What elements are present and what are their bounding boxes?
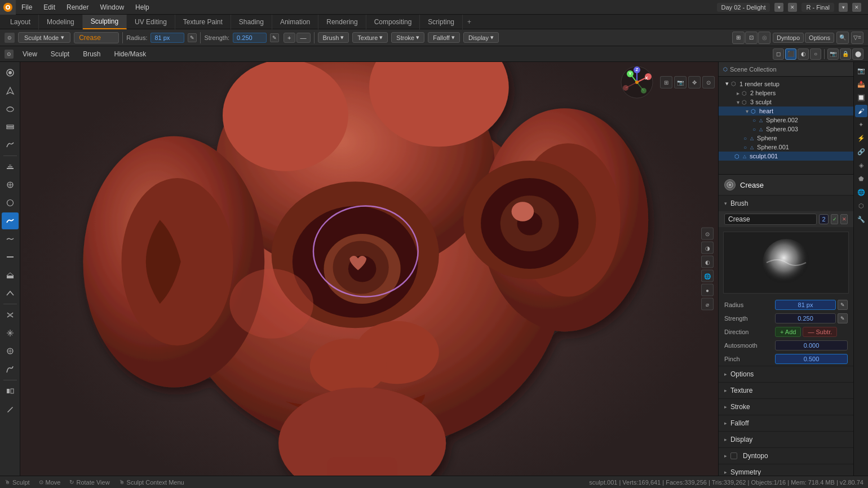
tree-item-sphere003[interactable]: ○ △ Sphere.003 (719, 125, 853, 134)
tree-item-sculpt-group[interactable]: ▾ ⬡ 3 sculpt (719, 97, 853, 107)
strength-add[interactable]: + (284, 33, 295, 43)
tab-icon-output[interactable]: 📤 (855, 78, 867, 90)
radius-edit[interactable]: ✎ (838, 300, 848, 310)
tab-icon-render[interactable]: 📷 (855, 64, 867, 77)
tab-icon-world[interactable]: 🌐 (855, 186, 867, 198)
viewport[interactable]: X Y Z ⊞ � (20, 62, 718, 476)
rendered-mode[interactable]: ○ (810, 48, 821, 60)
direction-add-btn[interactable]: + Add (775, 327, 801, 337)
close-scene[interactable]: ✕ (788, 3, 797, 12)
overlay-btn[interactable]: ⊞ (732, 32, 745, 44)
tab-icon-active[interactable]: 🖌 (855, 105, 867, 117)
stroke-dropdown[interactable]: Stroke▾ (391, 32, 424, 43)
tool-inflate[interactable] (2, 176, 19, 193)
tree-item-heart[interactable]: ▾ ⬡ heart (719, 107, 853, 116)
tab-uv-editing[interactable]: UV Editing (127, 15, 175, 29)
overlay-icon-5[interactable]: ● (701, 284, 714, 296)
brush-menu[interactable]: Brush (78, 49, 105, 59)
view-menu[interactable]: View (18, 49, 42, 59)
tool-snake-hook[interactable] (2, 361, 19, 378)
filter-btn[interactable]: ▽= (851, 32, 863, 44)
tool-layer[interactable] (2, 158, 19, 175)
tab-icon-tools[interactable]: 🔧 (855, 213, 867, 225)
tool-clay-strips[interactable] (2, 118, 19, 135)
menu-window[interactable]: Window (94, 0, 130, 15)
hidemask-menu[interactable]: Hide/Mask (110, 49, 151, 59)
tree-item-sphere002[interactable]: ○ △ Sphere.002 (719, 116, 853, 125)
sculpt-menu[interactable]: Sculpt (46, 49, 74, 59)
solid-mode[interactable]: ⬛ (785, 48, 796, 60)
display-section-header[interactable]: ▸ Display (719, 432, 853, 447)
tool-scrape[interactable] (2, 285, 19, 301)
crease-name-input[interactable] (724, 214, 817, 225)
pinch-value[interactable]: 0.500 (775, 354, 848, 364)
tree-item-sphere[interactable]: ○ △ Sphere (719, 134, 853, 143)
strength-edit-prop[interactable]: ✎ (838, 313, 848, 323)
render-menu[interactable]: ▾ (839, 3, 848, 12)
radius-value-prop[interactable]: 81 px (775, 300, 836, 310)
falloff-dropdown[interactable]: Falloff▾ (428, 32, 460, 43)
dyntopo-checkbox[interactable] (730, 452, 737, 459)
symmetry-section-header[interactable]: ▸ Symmetry (719, 464, 853, 476)
radius-value[interactable]: 81 px (150, 33, 184, 43)
close-render[interactable]: ✕ (852, 3, 861, 12)
strength-value[interactable]: 0.250 (233, 33, 267, 43)
tab-icon-data[interactable]: ◈ (855, 159, 867, 171)
crease-check[interactable]: ✓ (831, 214, 838, 224)
tool-draw[interactable] (2, 64, 19, 81)
tool-pinch[interactable] (2, 307, 19, 323)
tab-sculpting[interactable]: Sculpting (83, 15, 127, 29)
snap-btn[interactable]: ⊡ (745, 32, 758, 44)
camera-view[interactable]: 📷 (827, 48, 839, 60)
menu-file[interactable]: File (16, 0, 38, 15)
options-section-header[interactable]: ▸ Options (719, 366, 853, 382)
navigation-btn[interactable]: ⊙ (702, 76, 715, 88)
sculpt-mode-dropdown[interactable]: Sculpt Mode▾ (18, 32, 70, 43)
camera-icon-btn[interactable]: 📷 (674, 76, 687, 88)
tab-icon-constraints[interactable]: 🔗 (855, 145, 867, 158)
overlay-icon-4[interactable]: 🌐 (701, 270, 714, 282)
tab-layout[interactable]: Layout (2, 15, 39, 29)
tool-clay-thumb[interactable] (2, 136, 19, 153)
menu-help[interactable]: Help (130, 0, 155, 15)
dyntopo-section-header[interactable]: ▸ Dyntopo (719, 448, 853, 464)
tree-item-sculpt001[interactable]: ⬡ △ sculpt.001 (719, 152, 853, 161)
tool-blob[interactable] (2, 194, 19, 211)
falloff-section-header[interactable]: ▸ Falloff (719, 415, 853, 431)
viewport-overlay-btn[interactable]: ⬤ (852, 48, 863, 60)
radius-edit-icon[interactable]: ✎ (188, 33, 197, 42)
direction-sub-btn[interactable]: — Subtr. (803, 327, 837, 337)
tree-item-collection[interactable]: ▾ ⬡ 1 render setup (719, 79, 853, 88)
tab-scripting[interactable]: Scripting (420, 15, 463, 29)
tab-icon-view[interactable]: 🔲 (855, 91, 867, 104)
tab-rendering[interactable]: Rendering (318, 15, 366, 29)
tab-animation[interactable]: Animation (272, 15, 318, 29)
search-btn[interactable]: 🔍 (836, 32, 849, 44)
tab-texture-paint[interactable]: Texture Paint (175, 15, 231, 29)
blender-logo[interactable] (0, 0, 16, 15)
tab-shading[interactable]: Shading (231, 15, 272, 29)
overlay-icon-6[interactable]: ⌀ (701, 298, 714, 310)
dyntopo-btn[interactable]: Dyntopo (773, 33, 804, 43)
tool-mask[interactable] (2, 383, 19, 400)
strength-edit-icon[interactable]: ✎ (270, 33, 279, 42)
crease-x[interactable]: ✕ (840, 214, 848, 224)
overlay-icon-1[interactable]: ⊙ (701, 228, 714, 240)
material-mode[interactable]: ◐ (798, 48, 809, 60)
brush-dropdown[interactable]: Brush▾ (318, 32, 349, 43)
proportional-btn[interactable]: ◎ (758, 32, 770, 44)
menu-edit[interactable]: Edit (38, 0, 61, 15)
tool-draw-sharp[interactable] (2, 82, 19, 99)
tool-elastic-grab[interactable] (2, 343, 19, 360)
wireframe-mode[interactable]: ◻ (773, 48, 784, 60)
tab-icon-object[interactable]: ⬡ (855, 199, 867, 212)
options-btn[interactable]: Options (805, 33, 834, 43)
tool-fill[interactable] (2, 267, 19, 283)
overlay-icon-2[interactable]: ◑ (701, 242, 714, 254)
texture-section-header[interactable]: ▸ Texture (719, 383, 853, 398)
tab-compositing[interactable]: Compositing (366, 15, 420, 29)
display-dropdown[interactable]: Display▾ (463, 32, 499, 43)
tab-icon-particles[interactable]: ✦ (855, 118, 867, 131)
add-workspace-button[interactable]: + (463, 18, 476, 26)
autosmooth-value[interactable]: 0.000 (775, 340, 848, 351)
